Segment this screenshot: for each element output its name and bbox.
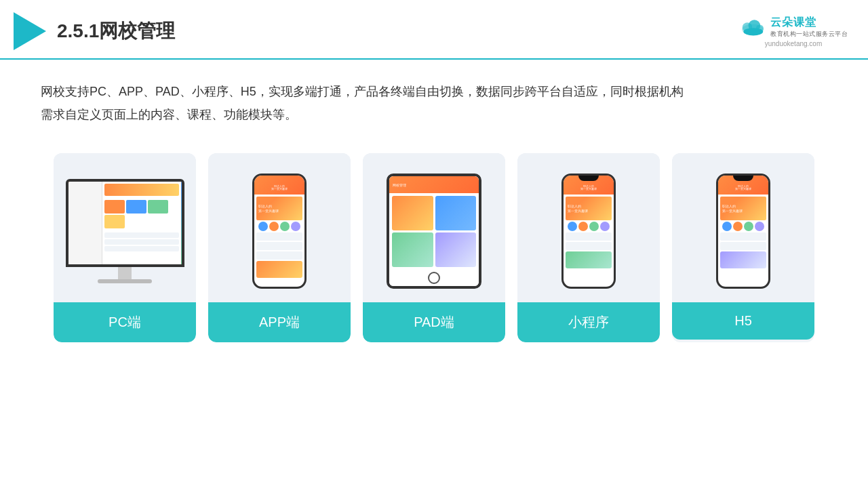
h5-icon-2 — [733, 222, 743, 231]
app-icon-4 — [291, 222, 300, 231]
cloud-icon — [739, 18, 766, 37]
miniapp-phone-notch — [578, 176, 599, 181]
brand-logo: 云朵课堂 教育机构一站式服务云平台 — [739, 16, 848, 39]
h5-icon-1 — [722, 222, 732, 231]
pc-stand — [118, 267, 132, 279]
card-pc: PC端 — [54, 153, 196, 342]
h5-phone-mockup: 职达人的第一堂兴趣课 职达人的第一堂兴趣课 — [716, 174, 770, 289]
miniapp-icon-2 — [578, 222, 588, 231]
brand-slogan: 教育机构一站式服务云平台 — [770, 30, 848, 39]
card-app: 职达人的第一堂兴趣课 职达人的第一堂兴趣课 — [208, 153, 351, 342]
pad-tablet-content — [389, 193, 479, 270]
description-text: 网校支持PC、APP、PAD、小程序、H5，实现多端打通，产品各终端自由切换，数… — [0, 60, 868, 140]
page-title: 2.5.1网校管理 — [57, 18, 175, 44]
miniapp-phone-mockup: 职达人的第一堂兴趣课 职达人的第一堂兴趣课 — [561, 174, 616, 289]
card-app-label: APP端 — [208, 302, 351, 342]
h5-phone-notch — [733, 176, 753, 181]
card-miniapp: 职达人的第一堂兴趣课 职达人的第一堂兴趣课 — [517, 153, 660, 342]
app-phone-icons — [256, 222, 302, 231]
card-h5-image: 职达人的第一堂兴趣课 职达人的第一堂兴趣课 — [672, 153, 814, 302]
pad-tablet-mockup: 网校管理 — [387, 174, 481, 289]
pad-tablet-header: 网校管理 — [389, 176, 479, 193]
logo-triangle-icon — [14, 12, 46, 50]
miniapp-icon-3 — [589, 222, 599, 231]
app-phone-screen: 职达人的第一堂兴趣课 职达人的第一堂兴趣课 — [254, 176, 304, 287]
app-list-3 — [256, 251, 302, 260]
pad-card-2 — [435, 196, 477, 230]
h5-phone-icons — [720, 222, 766, 231]
app-icon-3 — [280, 222, 290, 231]
pc-screen — [68, 182, 182, 264]
card-miniapp-image: 职达人的第一堂兴趣课 职达人的第一堂兴趣课 — [517, 153, 660, 302]
card-pc-label: PC端 — [54, 302, 196, 342]
h5-phone-banner: 职达人的第一堂兴趣课 — [720, 197, 766, 220]
pad-home-btn — [428, 272, 440, 284]
h5-icon-4 — [755, 222, 764, 231]
card-h5-label: H5 — [672, 302, 814, 340]
h5-icon-3 — [744, 222, 753, 231]
pad-card-1 — [392, 196, 433, 230]
miniapp-icon-1 — [568, 222, 577, 231]
app-phone-banner: 职达人的第一堂兴趣课 — [256, 197, 302, 220]
miniapp-phone-icons — [566, 222, 612, 231]
card-pc-image — [54, 153, 196, 302]
brand-url: yunduoketang.com — [765, 40, 823, 47]
app-phone-header-text: 职达人的第一堂兴趣课 — [271, 185, 288, 192]
card-app-image: 职达人的第一堂兴趣课 职达人的第一堂兴趣课 — [208, 153, 351, 302]
app-icon-2 — [269, 222, 279, 231]
h5-phone-header-text: 职达人的第一堂兴趣课 — [735, 185, 751, 192]
miniapp-phone-banner: 职达人的第一堂兴趣课 — [566, 197, 612, 220]
miniapp-list-2 — [566, 242, 612, 250]
h5-phone-screen: 职达人的第一堂兴趣课 职达人的第一堂兴趣课 — [718, 176, 768, 287]
miniapp-icon-4 — [600, 222, 610, 231]
app-phone-mockup: 职达人的第一堂兴趣课 职达人的第一堂兴趣课 — [252, 174, 307, 289]
pc-main — [102, 182, 182, 264]
miniapp-phone-header-text: 职达人的第一堂兴趣课 — [580, 185, 597, 192]
cards-container: PC端 职达人的第一堂兴趣课 职达人的第一堂兴趣课 — [0, 140, 868, 342]
description-paragraph: 网校支持PC、APP、PAD、小程序、H5，实现多端打通，产品各终端自由切换，数… — [41, 80, 827, 103]
svg-point-4 — [743, 28, 763, 35]
miniapp-phone-screen: 职达人的第一堂兴趣课 职达人的第一堂兴趣课 — [564, 176, 614, 287]
card-pad-image: 网校管理 — [363, 153, 505, 302]
card-h5: 职达人的第一堂兴趣课 职达人的第一堂兴趣课 — [672, 153, 814, 342]
miniapp-list-1 — [566, 232, 612, 241]
app-phone-header: 职达人的第一堂兴趣课 — [254, 176, 304, 195]
brand-text: 云朵课堂 教育机构一站式服务云平台 — [770, 16, 848, 39]
app-list-2 — [256, 242, 302, 250]
header: 2.5.1网校管理 云朵课堂 教育机构一站式服务云平台 yunduoketang… — [0, 0, 868, 60]
pc-monitor — [66, 179, 184, 267]
app-list-1 — [256, 232, 302, 241]
pc-sidebar — [68, 182, 102, 264]
card-pad-label: PAD端 — [363, 302, 505, 342]
card-pad: 网校管理 PAD端 — [363, 153, 505, 342]
card-miniapp-label: 小程序 — [517, 302, 660, 342]
h5-list-2 — [720, 242, 766, 250]
app-icon-1 — [258, 222, 268, 231]
pad-card-4 — [435, 232, 477, 267]
pad-tablet-screen: 网校管理 — [389, 176, 479, 286]
h5-phone-content: 职达人的第一堂兴趣课 — [718, 195, 768, 287]
brand-name: 云朵课堂 — [770, 16, 848, 30]
app-phone-content: 职达人的第一堂兴趣课 — [254, 195, 304, 287]
pc-base — [98, 279, 152, 283]
header-left: 2.5.1网校管理 — [14, 12, 175, 50]
description-paragraph-2: 需求自定义页面上的内容、课程、功能模块等。 — [41, 103, 827, 126]
pad-card-3 — [392, 232, 433, 267]
miniapp-phone-content: 职达人的第一堂兴趣课 — [564, 195, 614, 287]
pc-mockup — [66, 179, 184, 283]
brand-area: 云朵课堂 教育机构一站式服务云平台 yunduoketang.com — [739, 16, 848, 47]
h5-list-1 — [720, 232, 766, 241]
